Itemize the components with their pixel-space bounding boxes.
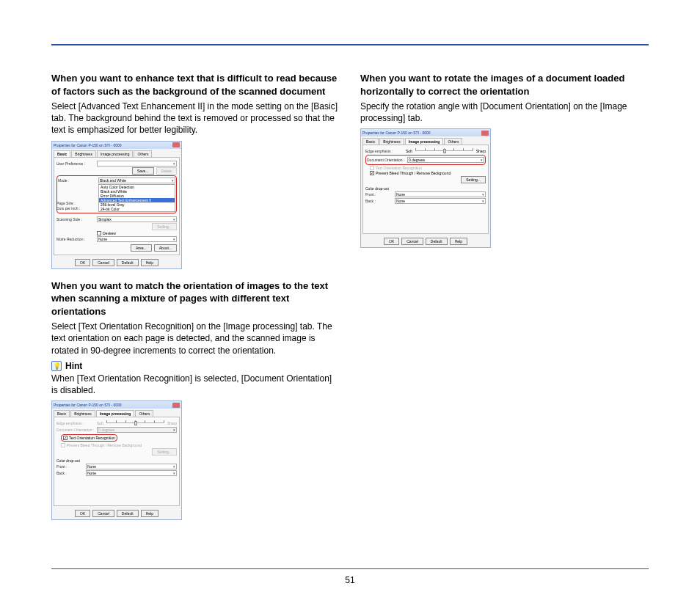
tab-image[interactable]: Image processing [96, 410, 135, 417]
titlebar: Properties for Canon P-150 on STI - 0000 [52, 401, 181, 409]
tab-basic[interactable]: Basic [362, 138, 379, 144]
tabs: Basic Brightness Image processing Others [52, 409, 181, 417]
default-button[interactable]: Default [117, 510, 139, 517]
right-column: When you want to rotate the images of a … [360, 72, 649, 530]
edge-slider[interactable] [412, 148, 476, 154]
close-icon[interactable] [172, 403, 180, 408]
heading-enhance-text: When you want to enhance text that is di… [51, 72, 340, 98]
cancel-button[interactable]: Cancel [92, 510, 114, 517]
dialog-basic: Properties for Canon P-150 on STI - 0000… [51, 141, 182, 269]
tab-basic[interactable]: Basic [54, 410, 70, 417]
panel: User Preference : ▾ Save... Delete Mode … [54, 157, 180, 255]
tabs: Basic Brightness Image processing Others [52, 149, 181, 157]
dialog-buttons: OK Cancel Default Help [361, 235, 490, 247]
hint-icon: 💡 [51, 361, 62, 371]
heading-match-orientation: When you want to match the orientation o… [51, 279, 340, 318]
mode-combo[interactable]: Black and White▾ [98, 178, 175, 183]
cancel-button[interactable]: Cancel [92, 259, 114, 266]
setting-button: Setting... [152, 223, 177, 230]
lbl-userpref: User Preference : [56, 161, 97, 166]
setting-button[interactable]: Setting... [461, 176, 486, 183]
ok-button[interactable]: OK [384, 238, 399, 245]
close-icon[interactable] [172, 142, 180, 147]
cancel-button[interactable]: Cancel [401, 238, 423, 245]
default-button[interactable]: Default [426, 238, 448, 245]
tabs: Basic Brightness Image processing Others [361, 136, 490, 144]
lbl-scanside: Scanning Side : [56, 217, 97, 222]
section-rotate: When you want to rotate the images of a … [360, 72, 649, 248]
tor-check[interactable]: ✓ [63, 436, 68, 440]
lbl-pagesize: Page Size : [56, 201, 97, 205]
lbl-back: Back : [365, 199, 395, 203]
heading-rotate: When you want to rotate the images of a … [360, 72, 649, 98]
bottom-rule [51, 568, 649, 569]
moire-combo[interactable]: None▾ [97, 236, 177, 242]
lbl-docorient: Document Orientation : [56, 428, 97, 432]
tab-image[interactable]: Image processing [97, 150, 133, 157]
setting-button: Setting... [152, 448, 177, 456]
dialog-buttons: OK Cancel Default Help [52, 508, 181, 519]
dialog-title: Properties for Canon P-150 on STI - 0000 [362, 131, 431, 135]
section-match-orientation: When you want to match the orientation o… [51, 279, 340, 521]
lbl-edge: Edge emphasis : [56, 421, 97, 425]
lbl-front: Front : [365, 192, 395, 197]
tab-brightness[interactable]: Brightness [379, 138, 404, 144]
area-button[interactable]: Area... [131, 244, 152, 252]
back-combo[interactable]: None▾ [395, 198, 486, 204]
tab-brightness[interactable]: Brightness [70, 410, 95, 417]
help-button[interactable]: Help [450, 238, 467, 245]
scanside-combo[interactable]: Simplex▾ [97, 216, 177, 222]
dialog-buttons: OK Cancel Default Help [52, 257, 181, 268]
ok-button[interactable]: OK [75, 510, 90, 517]
help-button[interactable]: Help [141, 510, 158, 517]
dialog-title: Properties for Canon P-150 on STI - 0000 [54, 143, 122, 147]
lbl-tor: Text Orientation Recognition [376, 166, 422, 170]
help-button[interactable]: Help [141, 259, 158, 266]
delete-button: Delete [156, 167, 177, 175]
bleed-check[interactable]: ✓ [370, 171, 374, 175]
front-combo[interactable]: None▾ [86, 464, 177, 469]
tab-others[interactable]: Others [135, 410, 153, 417]
dialog-imgproc-tor: Properties for Canon P-150 on STI - 0000… [51, 400, 182, 520]
tab-image[interactable]: Image processing [405, 138, 444, 144]
titlebar: Properties for Canon P-150 on STI - 0000 [52, 142, 181, 149]
dialog-title: Properties for Canon P-150 on STI - 0000 [54, 403, 122, 407]
lbl-moire: Moire Reduction : [56, 237, 97, 241]
lbl-tor: Text Orientation Recognition [69, 436, 115, 440]
lbl-dpi: Dots per inch : [56, 206, 97, 211]
content-columns: When you want to enhance text that is di… [51, 72, 649, 530]
section-enhance-text: When you want to enhance text that is di… [51, 72, 340, 269]
page-number: 51 [0, 575, 700, 585]
front-combo[interactable]: None▾ [395, 191, 486, 197]
back-combo[interactable]: None▾ [86, 470, 177, 476]
lbl-colordrop: Color drop-out [365, 186, 486, 191]
lbl-deskew: Deskew [103, 231, 116, 235]
about-button[interactable]: About... [154, 244, 177, 252]
tor-check [370, 166, 374, 170]
tab-basic[interactable]: Basic [54, 150, 70, 157]
save-button[interactable]: Save... [132, 167, 154, 175]
deskew-check[interactable] [97, 231, 101, 235]
titlebar: Properties for Canon P-150 on STI - 0000 [361, 129, 490, 136]
lbl-docorient: Document Orientation : [367, 158, 407, 162]
top-rule [51, 44, 649, 45]
bleed-check [61, 443, 65, 447]
lbl-soft: Soft [97, 421, 103, 425]
body-rotate: Specify the rotation angle with [Documen… [360, 100, 649, 124]
tab-others[interactable]: Others [134, 150, 152, 157]
default-button[interactable]: Default [117, 259, 139, 266]
body-match-orientation: Select [Text Orientation Recognition] on… [51, 321, 340, 356]
hint-body: When [Text Orientation Recognition] is s… [51, 373, 340, 396]
docorient-combo[interactable]: 0 degrees▾ [407, 157, 484, 163]
userpref-combo[interactable]: ▾ [97, 161, 177, 167]
lbl-soft: Soft [406, 149, 412, 153]
tab-others[interactable]: Others [444, 138, 462, 144]
panel: Edge emphasis : Soft Sharp Document Orie… [54, 417, 180, 506]
ok-button[interactable]: OK [75, 259, 90, 266]
lbl-sharp: Sharp [167, 421, 177, 425]
left-column: When you want to enhance text that is di… [51, 72, 340, 530]
body-enhance-text: Select [Advanced Text Enhancement II] in… [51, 100, 340, 136]
lbl-back: Back : [56, 471, 86, 475]
tab-brightness[interactable]: Brightness [71, 150, 96, 157]
close-icon[interactable] [481, 131, 489, 136]
